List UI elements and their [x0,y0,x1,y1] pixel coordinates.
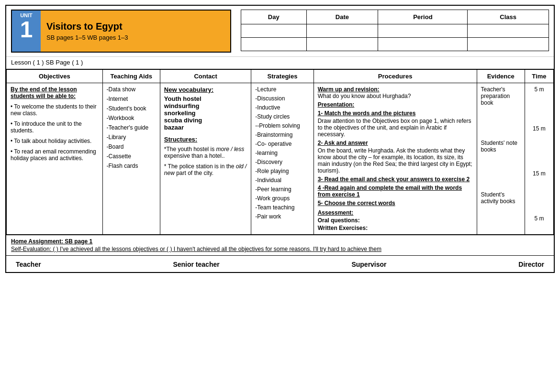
home-assignment: Home Assignment: SB page 1 [11,238,549,245]
step2-title: 2- Ask and answer [318,140,473,146]
oral-questions: Oral questions: [318,217,473,224]
time-0: 5 m [529,86,549,93]
vocab-item-0: Youth hostel [164,95,247,102]
ta-6: -Board [107,143,156,150]
unit-number: 1 [20,18,33,41]
ta-1: -Internet [107,96,156,102]
struct-item-1: * The police station is in the old / new… [164,163,247,176]
strat-10: -Individual [255,177,309,184]
teaching-aids-cell: -Data show -Internet -Student's book -Wo… [102,83,160,235]
ta-2: -Student's book [107,105,156,112]
strategies-cell: -Lecture -Discussion -Inductive -Study c… [251,83,314,235]
strat-5: -Brainstorming [255,131,309,138]
self-evaluation: Self-Evaluation: ( ) I've achieved all t… [11,246,549,252]
procedures-cell: Warm up and revision: What do you know a… [314,83,477,235]
unit-subtitle: SB pages 1–5 WB pages 1–3 [46,34,224,41]
evidence-1: Students' note books [481,140,521,153]
strat-6: -Co- operative [255,141,309,147]
assessment-title: Assessment: [318,209,473,216]
obj-item-2: • To talk about holiday activities. [11,138,99,144]
strat-9: -Role playing [255,168,309,174]
step3-title: 3- Read the email and check your answers… [318,176,473,183]
warm-up-title: Warm up and revision: [318,86,473,93]
vocab-item-4: bazaar [164,124,247,131]
schedule-table-container: Day Date Period Class [241,10,549,51]
schedule-table: Day Date Period Class [241,10,549,51]
step2-text: On the board, write Hurghada. Ask the st… [318,147,473,174]
presentation-title: Presentation: [318,101,473,108]
struct-item-0: *The youth hostel is more / less expensi… [164,146,247,159]
objectives-intro: By the end of the lesson students will b… [11,86,77,99]
objectives-content: By the end of the lesson students will b… [11,86,99,162]
contact-cell: New vocabulary: Youth hostel windsurfing… [160,83,251,235]
footer-supervisor: Supervisor [351,261,386,268]
main-content-row: By the end of the lesson students will b… [7,83,554,235]
footer-teacher: Teacher [16,261,41,268]
strat-13: -Team teaching [255,204,309,211]
top-header: UNIT 1 Visitors to Egypt SB pages 1–5 WB… [6,6,554,56]
time-1: 15 m [529,125,549,132]
schedule-header-class: Class [468,10,549,24]
step1-text: Draw attention to the Objectives box on … [318,118,473,138]
ta-0: -Data show [107,86,156,93]
header-evidence: Evidence [477,69,525,83]
strat-1: -Discussion [255,95,309,102]
footer-director: Director [518,261,544,268]
step5-title: 5- Choose the correct words [318,200,473,207]
unit-title: Visitors to Egypt [46,21,224,32]
bottom-section: Home Assignment: SB page 1 Self-Evaluati… [6,235,554,255]
strat-4: --Problem solving [255,122,309,129]
struct-title: Structures: [164,136,247,143]
footer-row: Teacher Senior teacher Supervisor Direct… [6,255,554,272]
strat-3: -Study circles [255,113,309,120]
header-contact: Contact [160,69,251,83]
strat-7: -learning [255,150,309,156]
lesson-line: Lesson ( 1 ) SB Page ( 1 ) [6,56,554,69]
evidence-2: Student's activity books [481,191,521,205]
objectives-cell: By the end of the lesson students will b… [7,83,103,235]
step4-title: 4 -Read again and complete the email wit… [318,185,473,198]
strat-0: -Lecture [255,86,309,93]
vocab-item-1: windsurfing [164,102,247,109]
time-cell: 5 m 15 m 15 m 5 m [525,83,553,235]
schedule-header-day: Day [241,10,307,24]
written-exercises: Written Exercises: [318,225,473,231]
vocab-item-2: snorkeling [164,109,247,117]
strat-14: -Pair work [255,213,309,220]
header-procedures: Procedures [314,69,477,83]
ta-3: -Workbook [107,115,156,121]
unit-number-block: UNIT 1 [12,11,41,52]
schedule-header-date: Date [306,10,378,24]
schedule-row-1 [241,24,549,38]
strat-2: -Inductive [255,104,309,111]
obj-item-3: • To read an email recommending holiday … [11,148,99,162]
strat-12: -Work groups [255,195,309,202]
strat-11: -Peer learning [255,186,309,193]
time-3: 5 m [529,215,549,222]
footer-senior-teacher: Senior teacher [173,261,219,268]
unit-title-block: Visitors to Egypt SB pages 1–5 WB pages … [41,11,230,52]
obj-item-0: • To welcome the students to their new c… [11,103,99,117]
main-table: Objectives Teaching Aids Contact Strateg… [6,69,554,235]
vocab-item-3: scuba diving [164,117,247,124]
schedule-header-period: Period [378,10,468,24]
warm-up-text: What do you know about Hurghada? [318,93,473,99]
header-objectives: Objectives [7,69,103,83]
vocab-title: New vocabulary: [164,86,247,93]
schedule-row-2 [241,38,549,51]
ta-8: -Flash cards [107,163,156,169]
ta-5: -Library [107,134,156,141]
unit-box: UNIT 1 Visitors to Egypt SB pages 1–5 WB… [11,10,231,53]
step1-title: 1- Match the words and the pictures [318,110,473,117]
evidence-0: Teacher's preparation book [481,86,521,106]
strat-8: -Discovery [255,159,309,165]
time-2: 15 m [529,170,549,177]
header-teaching-aids: Teaching Aids [102,69,160,83]
header-time: Time [525,69,553,83]
page-container: UNIT 1 Visitors to Egypt SB pages 1–5 WB… [5,5,555,273]
ta-7: -Cassette [107,153,156,160]
header-strategies: Strategies [251,69,314,83]
ta-4: -Teacher's guide [107,124,156,131]
obj-item-1: • To introduce the unit to the students. [11,120,99,134]
evidence-cell: Teacher's preparation book Students' not… [477,83,525,235]
